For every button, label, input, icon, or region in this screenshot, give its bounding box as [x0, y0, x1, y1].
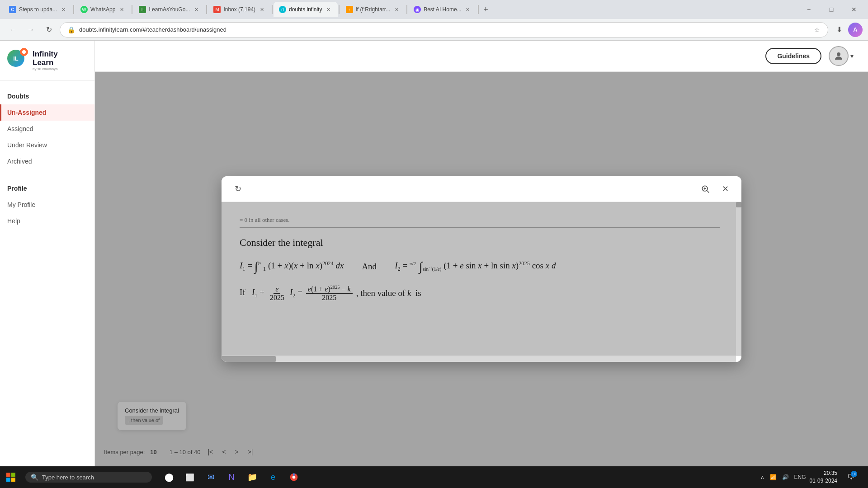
modal-header-right: ✕ — [698, 182, 732, 196]
minimize-button[interactable]: − — [798, 2, 819, 17]
sidebar-section-profile: Profile My Profile Help — [0, 173, 94, 233]
tab-doubts[interactable]: d doubts.infinity ✕ — [274, 2, 337, 17]
math-I2: I2 = π/2 ∫ sin−1(1/e) (1 + e sin x + ln … — [395, 259, 556, 274]
tab-close-doubts[interactable]: ✕ — [325, 6, 332, 13]
tab-favicon-whatsapp: W — [80, 6, 88, 13]
user-icon — [833, 51, 844, 61]
modal-hscrollbar[interactable] — [222, 356, 736, 362]
reload-button[interactable]: ↻ — [42, 23, 56, 37]
sidebar-doubts-label: Doubts — [7, 93, 29, 100]
tab-title-gmail: Inbox (7,194) — [223, 6, 255, 13]
tab-close-if[interactable]: ✕ — [393, 6, 400, 13]
logo-subtitle: by sri chaitanya — [33, 67, 58, 71]
tab-bar: C Steps to upda... ✕ W WhatsApp ✕ L Lear… — [0, 0, 868, 19]
modal-refresh-button[interactable]: ↻ — [231, 182, 245, 196]
math-partial-top: = 0 in all other cases. — [240, 216, 720, 224]
modal-vscroll-thumb[interactable] — [736, 202, 741, 207]
sidebar-help-label: Help — [7, 217, 20, 225]
user-avatar[interactable] — [829, 46, 849, 66]
taskbar-edge[interactable]: e — [263, 467, 283, 487]
svg-rect-6 — [11, 473, 15, 477]
browser-profile-icon[interactable]: A — [848, 23, 863, 37]
taskbar-files[interactable]: 📁 — [242, 467, 262, 487]
sidebar-archived-label: Archived — [7, 158, 32, 165]
taskbar-notification-button[interactable]: 🗨 10 — [841, 467, 861, 487]
new-tab-button[interactable]: + — [480, 3, 492, 16]
close-window-button[interactable]: ✕ — [844, 2, 864, 17]
tab-close-best[interactable]: ✕ — [464, 6, 472, 13]
address-bar[interactable]: 🔒 doubts.infinitylearn.com/#/teacherdash… — [60, 22, 828, 38]
modal-vscrollbar[interactable] — [736, 202, 741, 356]
tab-whatsapp[interactable]: W WhatsApp ✕ — [75, 2, 131, 17]
math-frac2-num: e(1 + e)2025 − k — [306, 285, 353, 294]
modal-body[interactable]: = 0 in all other cases. Consider the int… — [222, 202, 741, 356]
notification-badge: 10 — [851, 471, 857, 477]
taskbar-search[interactable]: 🔍 Type here to search — [25, 472, 152, 483]
start-button[interactable] — [0, 466, 22, 488]
sidebar-item-archived[interactable]: Archived — [0, 153, 94, 169]
sidebar-item-assigned[interactable]: Assigned — [0, 121, 94, 137]
sidebar-item-my-profile[interactable]: My Profile — [0, 197, 94, 213]
sidebar-section-doubts: Doubts Un-Assigned Assigned Under Review… — [0, 81, 94, 173]
app-wrapper: IL InfinityLearn by sri chaitanya Doubts — [0, 41, 868, 466]
taskbar-network[interactable]: 📶 — [770, 474, 777, 480]
bookmark-icon[interactable]: ☆ — [812, 25, 821, 34]
tab-close-learnas[interactable]: ✕ — [193, 6, 200, 13]
address-bar-icons: ☆ — [812, 25, 821, 34]
sidebar-item-under-review[interactable]: Under Review — [0, 137, 94, 153]
tab-best[interactable]: ◉ Best AI Home... ✕ — [408, 2, 476, 17]
taskbar-volume[interactable]: 🔊 — [782, 474, 789, 480]
close-icon: ✕ — [722, 184, 729, 194]
math-frac1-num: e — [274, 285, 280, 294]
forward-button[interactable]: → — [24, 23, 38, 37]
sidebar-logo: IL InfinityLearn by sri chaitanya — [0, 41, 94, 81]
tab-close-steps[interactable]: ✕ — [60, 6, 67, 13]
tab-gmail[interactable]: M Inbox (7,194) ✕ — [208, 2, 271, 17]
maximize-button[interactable]: □ — [821, 2, 842, 17]
sidebar-under-review-label: Under Review — [7, 141, 47, 149]
svg-point-0 — [837, 52, 840, 56]
logo-icon: IL — [7, 50, 29, 71]
math-content-area: = 0 in all other cases. Consider the int… — [222, 202, 741, 356]
taskbar-system-icons: ∧ 📶 🔊 ENG — [760, 474, 806, 480]
back-button[interactable]: ← — [5, 23, 20, 37]
modal-footer — [222, 356, 741, 362]
tab-close-whatsapp[interactable]: ✕ — [118, 6, 125, 13]
tab-steps[interactable]: C Steps to upda... ✕ — [4, 2, 72, 17]
tab-title-doubts: doubts.infinity — [289, 6, 322, 13]
taskbar-chrome[interactable] — [284, 467, 304, 487]
svg-rect-8 — [11, 478, 15, 482]
tab-close-gmail[interactable]: ✕ — [258, 6, 265, 13]
download-icon[interactable]: ⬇ — [832, 23, 846, 37]
user-dropdown-icon[interactable]: ▾ — [850, 52, 854, 60]
math-lower-bound: 1 — [263, 265, 266, 272]
sidebar-profile-label: Profile — [7, 185, 27, 192]
tab-learnas[interactable]: L LearnAsYouGo... ✕ — [133, 2, 205, 17]
svg-line-2 — [707, 191, 709, 193]
taskbar-clock[interactable]: 20:35 01-09-2024 — [810, 469, 837, 485]
modal-close-button[interactable]: ✕ — [718, 182, 732, 196]
taskbar-mail[interactable]: ✉ — [201, 467, 221, 487]
logo-decoration — [20, 48, 28, 56]
taskbar-onenote[interactable]: N — [222, 467, 241, 487]
taskbar-task-view[interactable]: ⬜ — [180, 467, 200, 487]
tab-divider6 — [406, 5, 407, 14]
sidebar-item-help[interactable]: Help — [0, 213, 94, 229]
taskbar-cortana[interactable]: ⬤ — [159, 467, 179, 487]
taskbar-chevron[interactable]: ∧ — [760, 474, 764, 480]
guidelines-button[interactable]: Guidelines — [765, 48, 821, 64]
modal-overlay[interactable]: ↻ — [95, 72, 868, 466]
math-and-text: And — [362, 262, 377, 272]
sidebar-item-unassigned[interactable]: Un-Assigned — [0, 104, 94, 121]
svg-rect-5 — [6, 473, 10, 477]
taskbar-date: 01-09-2024 — [810, 477, 837, 485]
tab-if[interactable]: ↑ If (f:Rrightarr... ✕ — [340, 2, 406, 17]
math-and: And — [362, 262, 377, 272]
modal-hscroll-thumb[interactable] — [222, 356, 276, 362]
modal-zoom-button[interactable] — [698, 182, 712, 196]
tab-divider5 — [339, 5, 340, 14]
logo-container: IL InfinityLearn by sri chaitanya — [7, 50, 87, 71]
svg-rect-7 — [6, 478, 10, 482]
taskbar-app-icons: ⬤ ⬜ ✉ N 📁 e — [159, 467, 304, 487]
tab-title-learnas: LearnAsYouGo... — [149, 6, 190, 13]
